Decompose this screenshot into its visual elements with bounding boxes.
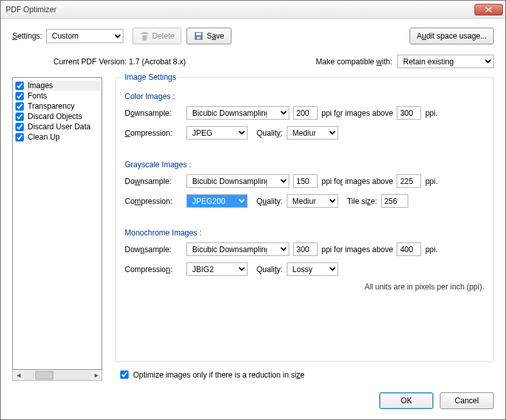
image-settings-group: Image Settings Color Images : Downsample… (115, 77, 494, 362)
svg-rect-2 (197, 37, 201, 39)
category-list[interactable]: Images Fonts Transparency Discard Object… (12, 77, 102, 370)
sidebar-check-transparency[interactable] (15, 102, 24, 111)
color-ppi-above-input[interactable] (397, 106, 421, 120)
scroll-thumb[interactable] (35, 371, 53, 379)
version-row: Current PDF Version: 1.7 (Acrobat 8.x) M… (53, 55, 494, 68)
sidebar-check-fonts[interactable] (15, 92, 24, 100)
top-toolbar: Settings: Custom Delete Save Audit space… (12, 28, 494, 44)
sidebar-item-clean-up[interactable]: Clean Up (14, 132, 100, 142)
mono-ppi-above-input[interactable] (397, 242, 421, 256)
optimize-only-if-smaller-label: Optimize images only if there is a reduc… (133, 370, 305, 379)
color-images-heading: Color Images : (125, 92, 484, 101)
gray-ppi-above-input[interactable] (397, 174, 421, 188)
mono-downsample-row: Downsample: Bicubic Downsampling to ppi … (125, 242, 484, 256)
color-compression-label: Compression: (125, 129, 183, 138)
mono-images-heading: Monochrome Images : (125, 228, 484, 237)
sidebar-item-transparency[interactable]: Transparency (14, 101, 100, 111)
gray-quality-label: Quality: (257, 197, 283, 206)
color-compression-row: Compression: JPEG Quality: Medium (125, 126, 484, 140)
mono-compression-label: Compression: (125, 265, 183, 274)
pdf-optimizer-window: PDF Optimizer Settings: Custom Delete Sa… (0, 0, 506, 420)
gray-ppi-input[interactable] (293, 174, 318, 188)
sidebar-check-discard-user-data[interactable] (15, 123, 24, 131)
color-ppi-above-label: ppi for images above (321, 109, 393, 118)
group-legend: Image Settings (122, 73, 179, 82)
gray-compression-row: Compression: JPEG2000 Quality: Medium Ti… (125, 194, 484, 208)
color-compression-combo[interactable]: JPEG (186, 126, 248, 140)
color-downsample-method[interactable]: Bicubic Downsampling to (186, 106, 289, 120)
color-downsample-row: Downsample: Bicubic Downsampling to ppi … (125, 106, 484, 120)
sidebar-check-images[interactable] (15, 82, 24, 90)
mono-downsample-method[interactable]: Bicubic Downsampling to (186, 242, 289, 256)
delete-button: Delete (132, 28, 182, 44)
mono-downsample-label: Downsample: (125, 245, 183, 254)
main-area: Images Fonts Transparency Discard Object… (12, 77, 494, 381)
settings-combo[interactable]: Custom (46, 29, 123, 43)
close-button[interactable] (474, 4, 503, 15)
gray-tile-label: Tile size: (347, 197, 377, 206)
sidebar-item-fonts[interactable]: Fonts (14, 91, 100, 101)
gray-tile-input[interactable] (381, 194, 408, 208)
sidebar-check-discard-objects[interactable] (15, 113, 24, 121)
titlebar: PDF Optimizer (1, 1, 505, 19)
gray-downsample-label: Downsample: (125, 177, 183, 186)
color-quality-label: Quality: (257, 129, 283, 138)
trash-icon (140, 31, 150, 41)
sidebar-hscrollbar[interactable]: ◂ ▸ (12, 370, 102, 381)
dialog-footer: OK Cancel (12, 392, 494, 409)
scroll-left-arrow[interactable]: ◂ (13, 370, 24, 380)
close-icon (485, 7, 492, 12)
sidebar-item-discard-objects[interactable]: Discard Objects (14, 111, 100, 122)
compat-label: Make compatible with: (316, 57, 392, 66)
gray-images-heading: Grayscale Images : (125, 160, 484, 169)
sidebar-item-discard-user-data[interactable]: Discard User Data (14, 122, 100, 132)
gray-downsample-method[interactable]: Bicubic Downsampling to (186, 174, 289, 188)
gray-ppi-above-label: ppi for images above (321, 177, 393, 186)
audit-space-usage-button[interactable]: Audit space usage... (410, 28, 494, 44)
window-title: PDF Optimizer (6, 5, 474, 14)
scroll-track[interactable] (24, 370, 91, 380)
dialog-body: Settings: Custom Delete Save Audit space… (1, 19, 505, 419)
category-sidebar: Images Fonts Transparency Discard Object… (12, 77, 102, 381)
cancel-button[interactable]: Cancel (440, 392, 494, 409)
save-icon (194, 31, 204, 41)
optimize-only-if-smaller-row: Optimize images only if there is a reduc… (118, 369, 494, 381)
compat-combo[interactable]: Retain existing (397, 55, 494, 68)
ok-button[interactable]: OK (379, 392, 433, 409)
sidebar-item-images[interactable]: Images (14, 80, 100, 91)
color-downsample-label: Downsample: (125, 109, 183, 118)
gray-compression-combo[interactable]: JPEG2000 (186, 194, 248, 208)
gray-quality-combo[interactable]: Medium (287, 194, 338, 208)
gray-compression-label: Compression: (125, 197, 183, 206)
settings-label: Settings: (12, 32, 42, 41)
current-pdf-version: Current PDF Version: 1.7 (Acrobat 8.x) (53, 57, 186, 66)
color-quality-combo[interactable]: Medium (287, 126, 338, 140)
mono-quality-label: Quality: (257, 265, 283, 274)
mono-compression-combo[interactable]: JBIG2 (186, 262, 248, 276)
mono-ppi-above-label: ppi for images above (321, 245, 393, 254)
optimize-only-if-smaller-checkbox[interactable] (120, 370, 129, 379)
mono-compression-row: Compression: JBIG2 Quality: Lossy (125, 262, 484, 276)
mono-quality-combo[interactable]: Lossy (287, 262, 338, 276)
gray-downsample-row: Downsample: Bicubic Downsampling to ppi … (125, 174, 484, 188)
settings-content: Image Settings Color Images : Downsample… (115, 77, 494, 381)
sidebar-check-clean-up[interactable] (15, 133, 24, 142)
color-ppi-input[interactable] (293, 106, 318, 120)
mono-ppi-input[interactable] (293, 242, 318, 256)
units-note: All units are in pixels per inch (ppi). (125, 282, 484, 291)
scroll-right-arrow[interactable]: ▸ (91, 370, 102, 380)
svg-rect-1 (196, 33, 201, 35)
save-button[interactable]: Save (186, 28, 231, 44)
